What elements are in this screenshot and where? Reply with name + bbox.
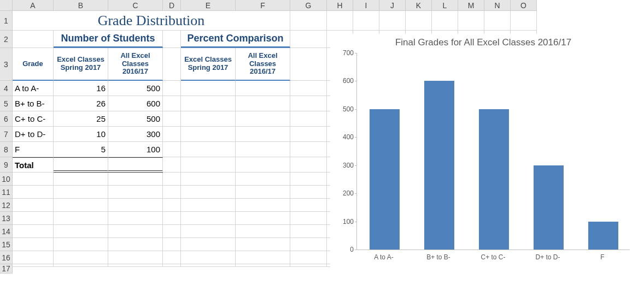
cell-G16[interactable] xyxy=(290,251,327,264)
cell-B6[interactable]: 25 xyxy=(54,111,108,127)
cell-D3[interactable] xyxy=(163,48,181,81)
cell-E15[interactable] xyxy=(181,238,236,251)
cell-F8[interactable] xyxy=(236,142,290,157)
cell-L1[interactable] xyxy=(432,11,458,31)
cell-D13[interactable] xyxy=(163,212,181,225)
cell-A10[interactable] xyxy=(13,173,54,186)
cell-A13[interactable] xyxy=(13,212,54,225)
cell-H1[interactable] xyxy=(327,11,353,31)
cell-E4[interactable] xyxy=(181,81,236,96)
row-header-9[interactable]: 9 xyxy=(0,157,13,173)
cell-C14[interactable] xyxy=(108,225,163,238)
cell-E14[interactable] xyxy=(181,225,236,238)
chart-container[interactable]: Final Grades for All Excel Classes 2016/… xyxy=(330,34,636,274)
cell-A16[interactable] xyxy=(13,251,54,264)
row-header-11[interactable]: 11 xyxy=(0,186,13,199)
row-header-16[interactable]: 16 xyxy=(0,251,13,264)
cell-G3[interactable] xyxy=(290,48,327,81)
row-header-3[interactable]: 3 xyxy=(0,48,13,81)
cell-K1[interactable] xyxy=(406,11,432,31)
cell-G8[interactable] xyxy=(290,142,327,157)
cell-G11[interactable] xyxy=(290,186,327,199)
cell-C4[interactable]: 500 xyxy=(108,81,163,96)
column-header-g[interactable]: G xyxy=(290,0,327,11)
row-header-5[interactable]: 5 xyxy=(0,96,13,111)
cell-C10[interactable] xyxy=(108,173,163,186)
cell-F14[interactable] xyxy=(236,225,290,238)
cell-B13[interactable] xyxy=(54,212,108,225)
cell-D5[interactable] xyxy=(163,96,181,111)
cell-C16[interactable] xyxy=(108,251,163,264)
cell-A8[interactable]: F xyxy=(13,142,54,157)
cell-F6[interactable] xyxy=(236,111,290,127)
row-header-7[interactable]: 7 xyxy=(0,127,13,142)
subheader-grade[interactable]: Grade xyxy=(13,48,54,81)
cell-E8[interactable] xyxy=(181,142,236,157)
cell-E11[interactable] xyxy=(181,186,236,199)
cell-C12[interactable] xyxy=(108,199,163,212)
row-header-12[interactable]: 12 xyxy=(0,199,13,212)
cell-F17[interactable] xyxy=(236,264,290,267)
cell-M1[interactable] xyxy=(458,11,484,31)
cell-G2[interactable] xyxy=(290,31,327,48)
cell-C7[interactable]: 300 xyxy=(108,127,163,142)
cell-B4[interactable]: 16 xyxy=(54,81,108,96)
cell-G4[interactable] xyxy=(290,81,327,96)
cell-G5[interactable] xyxy=(290,96,327,111)
cell-D17[interactable] xyxy=(163,264,181,267)
cell-E16[interactable] xyxy=(181,251,236,264)
page-title[interactable]: Grade Distribution xyxy=(13,11,290,31)
cell-C13[interactable] xyxy=(108,212,163,225)
column-header-e[interactable]: E xyxy=(181,0,236,11)
cell-C15[interactable] xyxy=(108,238,163,251)
cell-E9[interactable] xyxy=(181,157,236,173)
cell-C11[interactable] xyxy=(108,186,163,199)
cell-A5[interactable]: B+ to B- xyxy=(13,96,54,111)
cell-F10[interactable] xyxy=(236,173,290,186)
column-header-i[interactable]: I xyxy=(353,0,379,11)
cell-A6[interactable]: C+ to C- xyxy=(13,111,54,127)
cell-A12[interactable] xyxy=(13,199,54,212)
row-header-10[interactable]: 10 xyxy=(0,173,13,186)
cell-C9[interactable] xyxy=(108,157,163,173)
cell-F9[interactable] xyxy=(236,157,290,173)
cell-F16[interactable] xyxy=(236,251,290,264)
cell-D6[interactable] xyxy=(163,111,181,127)
cell-B11[interactable] xyxy=(54,186,108,199)
cell-C8[interactable]: 100 xyxy=(108,142,163,157)
cell-D9[interactable] xyxy=(163,157,181,173)
column-header-j[interactable]: J xyxy=(379,0,406,11)
cell-A2[interactable] xyxy=(13,31,54,48)
cell-G13[interactable] xyxy=(290,212,327,225)
cell-E13[interactable] xyxy=(181,212,236,225)
cell-B5[interactable]: 26 xyxy=(54,96,108,111)
cell-B15[interactable] xyxy=(54,238,108,251)
cell-E10[interactable] xyxy=(181,173,236,186)
cell-F15[interactable] xyxy=(236,238,290,251)
cell-A14[interactable] xyxy=(13,225,54,238)
column-header-n[interactable]: N xyxy=(484,0,511,11)
subheader-spring-b[interactable]: Excel Classes Spring 2017 xyxy=(54,48,108,81)
chart-bar[interactable] xyxy=(370,109,400,250)
cell-G6[interactable] xyxy=(290,111,327,127)
cell-D16[interactable] xyxy=(163,251,181,264)
column-header-o[interactable]: O xyxy=(511,0,537,11)
column-header-d[interactable]: D xyxy=(163,0,181,11)
cell-G17[interactable] xyxy=(290,264,327,267)
cell-F5[interactable] xyxy=(236,96,290,111)
cell-D15[interactable] xyxy=(163,238,181,251)
subheader-all-f[interactable]: All Excel Classes 2016/17 xyxy=(236,48,290,81)
chart-bar[interactable] xyxy=(424,81,454,250)
cell-G10[interactable] xyxy=(290,173,327,186)
chart-bar[interactable] xyxy=(479,109,509,250)
cell-C17[interactable] xyxy=(108,264,163,267)
row-header-17[interactable]: 17 xyxy=(0,264,13,274)
cell-B17[interactable] xyxy=(54,264,108,267)
cell-G9[interactable] xyxy=(290,157,327,173)
header-percent-comparison[interactable]: Percent Comparison xyxy=(181,31,290,48)
cell-G1[interactable] xyxy=(290,11,327,31)
subheader-spring-e[interactable]: Excel Classes Spring 2017 xyxy=(181,48,236,81)
cell-B16[interactable] xyxy=(54,251,108,264)
row-header-2[interactable]: 2 xyxy=(0,31,13,48)
cell-A7[interactable]: D+ to D- xyxy=(13,127,54,142)
